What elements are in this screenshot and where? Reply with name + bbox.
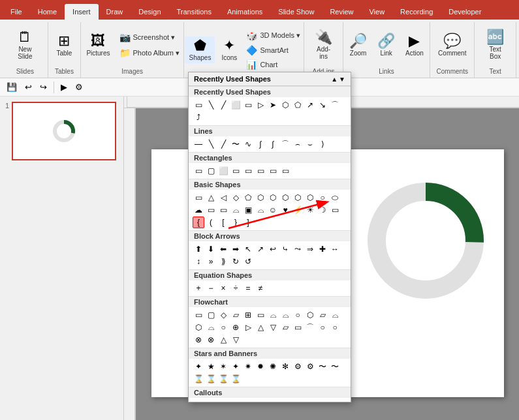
- shape-arrow2[interactable]: ➤: [267, 99, 279, 111]
- shape-arrow4[interactable]: ↘: [317, 99, 328, 111]
- star-16[interactable]: ✻: [279, 361, 291, 372]
- basic-oct[interactable]: ⬡: [279, 192, 291, 203]
- shape-line2[interactable]: ╱: [217, 99, 229, 111]
- line-angle[interactable]: ⟩: [317, 138, 328, 150]
- flow-decision[interactable]: ◇: [217, 309, 229, 321]
- arrow-down[interactable]: ⬇: [205, 243, 217, 255]
- star-6[interactable]: ✶: [217, 361, 229, 372]
- star-10[interactable]: ✹: [255, 361, 266, 372]
- basic-cloud[interactable]: ☁: [193, 204, 204, 216]
- line-curve1[interactable]: 〜: [230, 138, 242, 150]
- tab-file[interactable]: File: [3, 4, 30, 20]
- line-zigzag[interactable]: ∿: [242, 138, 254, 150]
- line-loop1[interactable]: ∫: [255, 138, 266, 150]
- shape-rect[interactable]: ▭: [193, 99, 204, 111]
- arrow-ud[interactable]: ↕: [193, 256, 204, 267]
- basic-circle[interactable]: ○: [317, 192, 328, 203]
- rect-snip2[interactable]: ▭: [230, 165, 242, 177]
- tab-recording[interactable]: Recording: [392, 4, 441, 20]
- tab-view[interactable]: View: [361, 4, 392, 20]
- undo-button[interactable]: ↩: [22, 81, 35, 93]
- shape-rect3[interactable]: ▭: [242, 99, 254, 111]
- flow-manual[interactable]: ▱: [317, 309, 328, 321]
- rect-snip1[interactable]: ⬜: [217, 165, 229, 177]
- eq-neq[interactable]: ≠: [255, 282, 266, 294]
- rect-basic[interactable]: ▭: [193, 165, 204, 177]
- shape-rect2[interactable]: ⬜: [230, 99, 242, 111]
- 3d-models-button[interactable]: 🎲 3D Models ▾: [244, 29, 303, 42]
- flow-direct-access[interactable]: ○: [217, 322, 229, 333]
- banner-wave2[interactable]: 〜: [329, 361, 341, 372]
- eq-times[interactable]: ×: [217, 282, 229, 294]
- flow-term[interactable]: ○: [292, 309, 304, 321]
- line-loop2[interactable]: ∫: [267, 138, 279, 150]
- line-diag1[interactable]: ╲: [205, 138, 217, 150]
- eq-div[interactable]: ÷: [230, 282, 242, 294]
- arrow-notched[interactable]: ⤳: [292, 243, 304, 255]
- basic-dodec[interactable]: ⬡: [304, 192, 316, 203]
- tab-slideshow[interactable]: Slide Show: [270, 4, 322, 20]
- basic-cube[interactable]: ▣: [242, 204, 254, 216]
- star-5[interactable]: ★: [205, 361, 217, 372]
- star-4[interactable]: ✦: [193, 361, 204, 372]
- tab-review[interactable]: Review: [322, 4, 361, 20]
- comment-button[interactable]: 💬 Comment: [434, 32, 470, 59]
- shape-arrow3[interactable]: ↗: [304, 99, 316, 111]
- banner-wave1[interactable]: 〜: [317, 361, 328, 372]
- tab-draw[interactable]: Draw: [99, 4, 131, 20]
- arrow-loop[interactable]: ↺: [242, 256, 254, 267]
- arrow-up[interactable]: ⬆: [193, 243, 204, 255]
- flow-display[interactable]: ▷: [242, 322, 254, 333]
- basic-bracket-r[interactable]: ]: [242, 217, 254, 228]
- flow-sequential[interactable]: ▽: [267, 322, 279, 333]
- arrow-left[interactable]: ⬅: [217, 243, 229, 255]
- banner-scroll1[interactable]: ⌛: [217, 373, 229, 385]
- tab-home[interactable]: Home: [30, 4, 65, 20]
- flow-punched-tape[interactable]: ⌒: [304, 322, 316, 333]
- flow-extract[interactable]: △: [217, 334, 229, 346]
- rect-snip3[interactable]: ▭: [242, 165, 254, 177]
- flow-sort[interactable]: ⊗: [205, 334, 217, 346]
- customize-button[interactable]: ⚙: [72, 81, 86, 93]
- present-button[interactable]: ▶: [58, 81, 70, 93]
- basic-rect[interactable]: ▭: [193, 192, 204, 203]
- rect-round[interactable]: ▢: [205, 165, 217, 177]
- textbox-button[interactable]: 🔤 Text Box: [480, 28, 511, 62]
- flow-alt-process[interactable]: ▢: [205, 309, 217, 321]
- basic-brace-r[interactable]: }: [230, 217, 242, 228]
- basic-hept[interactable]: ⬡: [267, 192, 279, 203]
- new-slide-button[interactable]: 🗒 New Slide: [8, 28, 42, 62]
- line-straight[interactable]: —: [193, 138, 204, 150]
- banner-ribbon2[interactable]: ⌛: [205, 373, 217, 385]
- flow-document[interactable]: ⌓: [267, 309, 279, 321]
- redo-button[interactable]: ↪: [37, 81, 50, 93]
- smartart-button[interactable]: 🔷 SmartArt: [244, 44, 303, 57]
- tab-design[interactable]: Design: [131, 4, 168, 20]
- flow-database[interactable]: ⌓: [205, 322, 217, 333]
- tab-transitions[interactable]: Transitions: [169, 4, 219, 20]
- flow-delay[interactable]: △: [255, 322, 266, 333]
- basic-pent[interactable]: ⬠: [242, 192, 254, 203]
- action-button[interactable]: ▶ Action: [401, 32, 428, 59]
- basic-rect2[interactable]: ▭: [329, 204, 341, 216]
- shape-line1[interactable]: ╲: [205, 99, 217, 111]
- arrow-right[interactable]: ➡: [230, 243, 242, 255]
- flow-or[interactable]: ○: [329, 322, 341, 333]
- flow-merge[interactable]: ▽: [230, 334, 242, 346]
- zoom-button[interactable]: 🔎 Zoom: [345, 32, 371, 59]
- basic-frame[interactable]: ▭: [205, 204, 217, 216]
- eq-plus[interactable]: +: [193, 282, 204, 294]
- flow-loop-limit[interactable]: ⌓: [329, 309, 341, 321]
- basic-brace-l[interactable]: ⌓: [255, 204, 266, 216]
- flow-summing-junction[interactable]: ○: [317, 322, 328, 333]
- flow-collate[interactable]: ⊗: [193, 334, 204, 346]
- basic-dec[interactable]: ⬡: [292, 192, 304, 203]
- arrow-chevron[interactable]: »: [205, 256, 217, 267]
- photo-album-button[interactable]: 📁 Photo Album ▾: [117, 46, 182, 59]
- flow-card[interactable]: ▭: [292, 322, 304, 333]
- link-button[interactable]: 🔗 Link: [373, 32, 399, 59]
- shapes-button[interactable]: ⬟ Shapes: [185, 37, 215, 63]
- dropdown-scroll-area[interactable]: Recently Used Shapes ▭ ╲ ╱ ⬜ ▭ ▷ ➤ ⬡ ⬠ ↗…: [189, 86, 351, 402]
- flow-magnetic-disk[interactable]: ⊕: [230, 322, 242, 333]
- line-arc3[interactable]: ⌣: [304, 138, 316, 150]
